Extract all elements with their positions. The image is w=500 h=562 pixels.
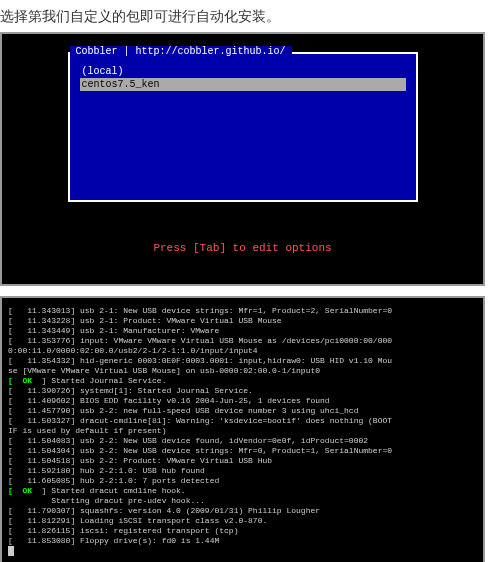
- kernel-boot-log: [ 11.343013] usb 2-1: New USB device str…: [0, 296, 485, 562]
- title-prefix: Cobbler |: [76, 46, 136, 57]
- page-description: 选择第我们自定义的包即可进行自动化安装。: [0, 8, 500, 26]
- cobbler-boot-area: Cobbler | http://cobbler.github.io/ (loc…: [2, 34, 483, 284]
- dmesg-lines: [ 11.343013] usb 2-1: New USB device str…: [8, 306, 477, 546]
- boot-menu-item-local[interactable]: (local): [80, 65, 406, 78]
- boot-menu-list[interactable]: (local) centos7.5_ken: [70, 57, 416, 99]
- boot-menu-item-centos[interactable]: centos7.5_ken: [80, 78, 406, 91]
- tab-edit-hint: Press [Tab] to edit options: [8, 242, 477, 254]
- boot-menu-title: Cobbler | http://cobbler.github.io/: [70, 46, 292, 57]
- cobbler-boot-screenshot: Cobbler | http://cobbler.github.io/ (loc…: [0, 32, 485, 286]
- boot-menu-frame: Cobbler | http://cobbler.github.io/ (loc…: [68, 52, 418, 202]
- title-url: http://cobbler.github.io/: [136, 46, 286, 57]
- terminal-cursor: [8, 546, 14, 556]
